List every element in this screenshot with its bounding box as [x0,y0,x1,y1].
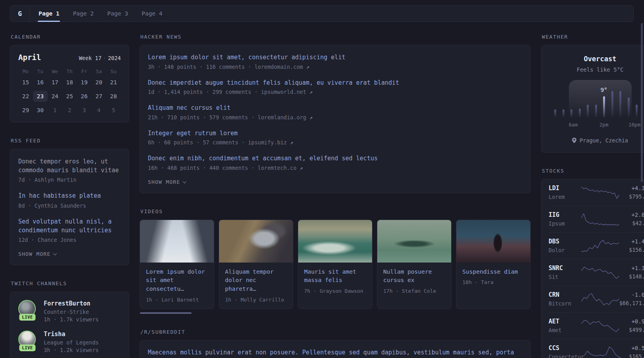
subreddit-post: Maecenas mollis pulvinar erat non posuer… [148,348,522,358]
rss-item-meta: 12d · Chance Jones [18,237,121,243]
video-card[interactable]: Lorem ipsum dolor sit amet consectetu… 1… [140,220,214,309]
stock-change: +0.92% [619,318,644,325]
calendar-weekday: We [48,68,62,77]
calendar-day: 24 [48,91,62,102]
video-card[interactable]: Aliquam tempor dolor nec pharetra… 1h · … [219,220,293,309]
rss-item-title[interactable]: Donec tempor eros leo, ut commodo mauris… [18,157,121,175]
calendar-month: April [18,53,41,62]
videos-horizontal-scrollbar[interactable] [140,312,531,314]
rss-card: Donec tempor eros leo, ut commodo mauris… [10,149,129,265]
stock-price: $795.18 [619,193,644,200]
video-meta: 1h · Lori Barnett [146,297,208,303]
hn-item-meta: 21h · 710 points · 579 comments · loreml… [148,114,522,121]
avatar: LIVE [18,300,37,317]
show-more-label: SHOW MORE [18,251,50,257]
calendar-day: 19 [77,77,91,88]
hn-item-stats: 16h · 468 points · 440 comments · [148,165,258,171]
stock-symbol: CCS [549,344,584,352]
stock-name: Consectetur [549,354,584,358]
hn-item-title[interactable]: Donec enim nibh, condimentum et accumsan… [148,154,522,163]
subreddit-widget: /R/SUBREDDIT Maecenas mollis pulvinar er… [140,329,531,358]
twitch-channel-row[interactable]: LIVE ForrestBurton Counter-Strike 1h · 1… [18,300,121,323]
stock-change: -1.00% [619,292,644,298]
video-card[interactable]: Mauris sit amet massa felis 7h · Grayson… [298,220,372,309]
rss-list: Donec tempor eros leo, ut commodo mauris… [18,157,121,243]
channel-name[interactable]: Trisha [44,331,99,338]
video-thumbnail[interactable] [219,220,293,263]
calendar-day: 26 [77,91,91,102]
hn-item-domain[interactable]: ipsumify.biz [248,139,287,146]
video-thumbnail[interactable] [298,220,372,263]
calendar-day: 29 [18,105,33,116]
channel-game: Counter-Strike [44,309,99,315]
calendar-day: 16 [33,77,48,88]
stock-name: Bitcorn [549,300,581,307]
rss-item-title[interactable]: Sed volutpat nulla nisl, a condimentum n… [18,217,121,235]
channel-meta: 1h · 1.7k viewers [44,316,99,323]
stock-change: +0.51% [622,345,644,351]
calendar-day: 3 [77,105,91,116]
sparkline-chart [584,345,622,358]
hn-item-domain[interactable]: loremtech.co [258,165,297,171]
weather-feels-like: Feels like 5°C [549,66,644,73]
hn-item-meta: 1d · 1,414 points · 299 comments · ipsum… [148,89,522,95]
live-badge: LIVE [19,344,35,351]
hn-item-domain[interactable]: ipsumworld.net [261,89,306,95]
middle-column: HACKER NEWS Lorem ipsum dolor sit amet, … [140,34,531,358]
rss-item-title[interactable]: In hac habitasse platea [18,191,121,200]
stock-symbol: SNRC [549,265,581,272]
weather-bar [611,91,613,117]
widget-title-rss: RSS FEED [11,138,128,144]
weather-bar [570,109,572,117]
stock-price: $165.84 [622,353,644,358]
twitch-channel-row[interactable]: LIVE Trisha League of Legends 3h · 1.2k … [18,331,121,353]
video-card[interactable]: Suspendisse diam 18h · Tara [456,220,531,309]
page-vertical-scrollbar-thumb[interactable] [641,23,643,182]
external-link-icon: ↗ [300,165,303,171]
hn-item-title[interactable]: Donec imperdiet augue tincidunt felis al… [148,78,522,88]
video-thumbnail[interactable] [456,220,530,263]
hackernews-card: Lorem ipsum dolor sit amet, consectetur … [140,45,531,193]
nav-tab[interactable]: Page 4 [141,6,163,21]
video-title[interactable]: Suspendisse diam [462,268,524,276]
scrollbar-thumb[interactable] [140,312,192,314]
video-card[interactable]: Nullam posuere cursus ex 17h · Stefan Co… [377,220,452,309]
hn-item-domain[interactable]: loremdomain.com [254,64,303,70]
rss-show-more-button[interactable]: SHOW MORE [18,251,57,257]
stock-row: DBS Dolor +1.42% $156.28 [549,232,644,259]
widget-title-twitch: TWITCH CHANNELS [11,280,128,286]
calendar-day: 30 [33,105,48,116]
weather-time-labels: 6am2pm10pm [554,122,644,128]
video-meta: 18h · Tara [462,279,524,285]
stock-price: $42.04 [619,220,644,226]
video-title[interactable]: Mauris sit amet massa felis [304,268,366,285]
video-title[interactable]: Nullam posuere cursus ex [383,268,445,285]
calendar-day: 17 [48,77,62,88]
nav-tab[interactable]: Page 1 [38,6,60,21]
calendar-day: 4 [91,105,106,116]
daylight-highlight [569,80,632,120]
nav-tab[interactable]: Page 2 [72,6,94,21]
calendar-weekday: Tu [33,68,48,77]
hn-item-meta: 6h · 60 points · 57 comments · ipsumify.… [148,139,522,146]
stock-row: IIG Ipsum +2.84% $42.04 [549,206,644,232]
video-title[interactable]: Lorem ipsum dolor sit amet consectetu… [146,268,208,294]
calendar-day: 25 [62,91,77,102]
hn-item-title[interactable]: Lorem ipsum dolor sit amet, consectetur … [148,53,522,62]
stock-symbol: AET [549,318,581,325]
hn-item-domain[interactable]: loremlandia.org [258,114,306,121]
app-logo[interactable]: G [10,6,30,21]
channel-name[interactable]: ForrestBurton [44,300,99,307]
hn-show-more-button[interactable]: SHOW MORE [148,179,186,185]
nav-tab[interactable]: Page 3 [107,6,129,21]
post-title[interactable]: Maecenas mollis pulvinar erat non posuer… [148,348,522,358]
video-thumbnail[interactable] [377,220,451,263]
hn-item-meta: 3h · 148 points · 116 comments · loremdo… [148,64,522,70]
stock-price: $66,171.48 [619,300,644,306]
hn-item-title[interactable]: Aliquam nec cursus elit [148,103,522,113]
video-title[interactable]: Aliquam tempor dolor nec pharetra… [225,268,287,294]
sparkline-chart [581,185,619,200]
video-thumbnail[interactable] [140,220,214,263]
weather-hourly-chart: 9° [554,91,644,117]
hn-item-title[interactable]: Integer eget rutrum lorem [148,129,522,138]
